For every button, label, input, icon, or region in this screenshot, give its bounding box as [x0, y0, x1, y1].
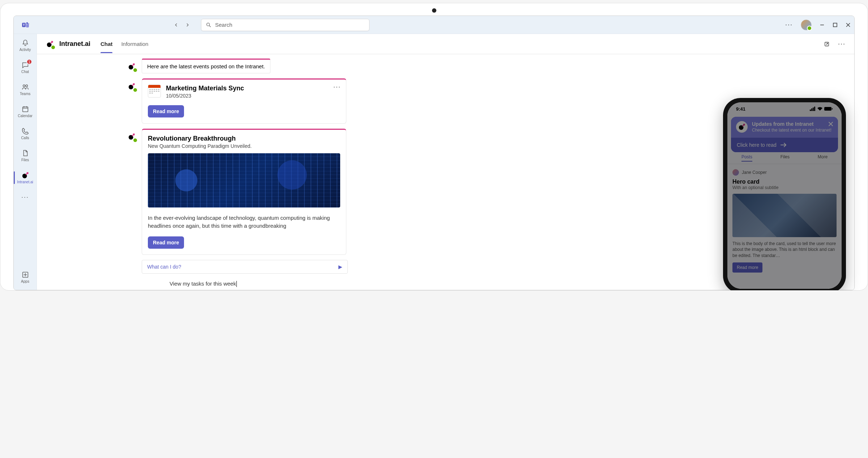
back-icon[interactable] [174, 22, 179, 27]
apps-icon [21, 271, 29, 279]
app-rail: Activity Chat 1 Teams Calendar Calls [14, 34, 37, 290]
svg-rect-21 [810, 110, 811, 111]
calendar-event-icon [148, 85, 161, 98]
phone-statusbar: 9:41 [727, 102, 842, 115]
file-icon [21, 149, 29, 157]
svg-point-7 [25, 85, 27, 87]
phone-mockup: 9:41 Updates from the Intranet Checkout … [723, 98, 846, 291]
rail-activity[interactable]: Activity [14, 38, 37, 53]
search-input[interactable]: Search [201, 19, 369, 31]
target-icon [738, 123, 746, 131]
svg-point-16 [130, 66, 132, 68]
card-subtitle: New Quantum Computing Paradigm Unveiled. [148, 143, 340, 149]
phone-tab-more[interactable]: More [818, 154, 828, 162]
read-more-button[interactable]: Read more [148, 105, 184, 117]
user-avatar[interactable] [801, 20, 812, 30]
hero-card-title: Hero card [732, 179, 837, 185]
teams-logo-icon: T [21, 21, 30, 29]
phone-icon [21, 127, 29, 135]
header-more-icon[interactable]: ··· [838, 40, 846, 48]
popout-icon[interactable] [824, 41, 830, 47]
search-placeholder: Search [215, 22, 232, 28]
people-icon [21, 83, 29, 91]
event-card: ··· Marketing Materials Sync 10/05/2023 [142, 78, 346, 124]
minimize-icon[interactable] [820, 22, 825, 27]
author-name: Jane Cooper [742, 170, 767, 175]
ellipsis-icon: ··· [21, 193, 29, 201]
close-icon[interactable] [846, 22, 851, 27]
rail-apps[interactable]: Apps [14, 269, 37, 285]
app-more-icon[interactable]: ··· [785, 21, 793, 29]
target-icon [128, 133, 136, 141]
card-title: Marketing Materials Sync [166, 85, 244, 92]
suggested-action[interactable]: What can I do? ▶ [142, 260, 348, 274]
svg-text:T: T [23, 23, 25, 27]
battery-icon [824, 107, 833, 111]
phone-tabs: Posts Files More [727, 152, 842, 164]
bot-avatar [127, 132, 137, 142]
phone-time: 9:41 [736, 106, 745, 112]
play-icon: ▶ [338, 264, 342, 270]
maximize-icon[interactable] [833, 22, 838, 27]
search-icon [206, 22, 211, 28]
hero-card-image [732, 194, 837, 237]
hero-read-more-button[interactable]: Read more [732, 262, 762, 273]
card-image [148, 153, 340, 207]
bot-avatar [127, 81, 137, 91]
svg-point-2 [26, 22, 28, 24]
camera-dot [432, 8, 436, 13]
svg-rect-8 [22, 107, 28, 112]
rail-more[interactable]: ··· [14, 192, 37, 202]
phone-tab-posts[interactable]: Posts [741, 154, 752, 162]
target-icon [46, 40, 54, 48]
rail-teams[interactable]: Teams [14, 82, 37, 97]
rail-intranet[interactable]: Intranet.ai [14, 170, 37, 185]
card-title: Revolutionary Breakthrough [148, 135, 340, 142]
svg-point-10 [23, 175, 25, 177]
card-date: 10/05/2023 [166, 93, 244, 99]
bot-avatar [127, 61, 137, 72]
composer-text: View my tasks for this week [170, 281, 236, 287]
svg-point-6 [23, 85, 25, 87]
forward-icon[interactable] [185, 22, 190, 27]
phone-tab-files[interactable]: Files [781, 154, 790, 162]
card-body: In the ever-evolving landscape of techno… [148, 214, 340, 230]
arrow-right-icon [780, 142, 787, 147]
signal-icon [810, 107, 816, 111]
notification-body: Checkout the latest event on our Intrane… [752, 128, 831, 133]
close-icon[interactable] [828, 121, 834, 127]
notification-title: Updates from the Intranet [752, 121, 831, 127]
tab-information[interactable]: Information [121, 35, 148, 53]
post-author: Jane Cooper [732, 169, 837, 176]
bot-message: Here are the latest events posted on the… [142, 59, 270, 73]
page-header: Intranet.ai Chat Information ··· [37, 34, 854, 54]
hero-card-body: This is the body of the card, used to te… [732, 241, 837, 259]
rail-calendar[interactable]: Calendar [14, 104, 37, 119]
bell-icon [21, 39, 29, 47]
read-more-button[interactable]: Read more [148, 236, 184, 249]
rail-files[interactable]: Files [14, 148, 37, 163]
chat-badge: 1 [26, 59, 32, 65]
news-card: Revolutionary Breakthrough New Quantum C… [142, 129, 346, 255]
svg-rect-25 [824, 107, 831, 111]
hero-card-subtitle: With an optional subtitle [732, 185, 837, 190]
calendar-icon [21, 105, 29, 113]
card-more-icon[interactable]: ··· [333, 83, 341, 91]
notification-cta[interactable]: Click here to read [731, 138, 838, 152]
svg-rect-23 [813, 108, 814, 111]
svg-point-20 [130, 136, 132, 138]
titlebar: T Search ··· [14, 16, 854, 34]
rail-calls[interactable]: Calls [14, 126, 37, 141]
rail-chat[interactable]: Chat 1 [14, 60, 37, 75]
app-logo [46, 40, 54, 48]
svg-point-28 [740, 127, 742, 129]
message-composer[interactable]: View my tasks for this week [164, 277, 435, 290]
notification-app-icon [736, 121, 748, 133]
tab-chat[interactable]: Chat [101, 35, 112, 53]
wifi-icon [817, 107, 823, 111]
text-cursor [236, 281, 237, 287]
svg-point-13 [48, 43, 50, 46]
svg-rect-22 [811, 108, 812, 111]
svg-rect-24 [814, 107, 815, 111]
app-title: Intranet.ai [59, 40, 90, 48]
